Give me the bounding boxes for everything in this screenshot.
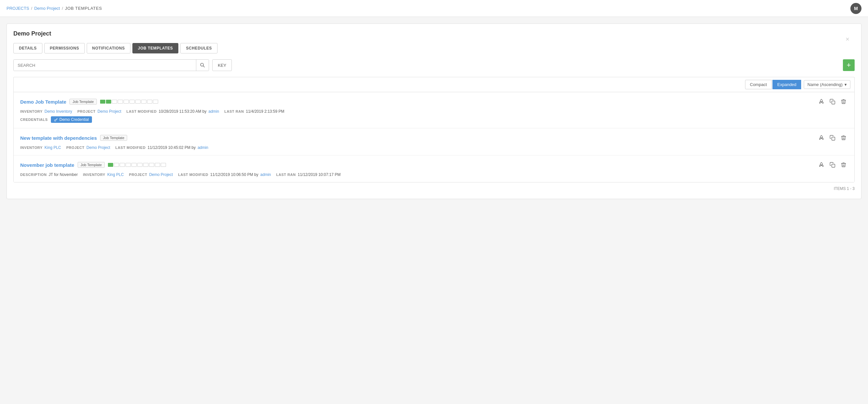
add-button[interactable]: + bbox=[843, 59, 855, 71]
status-bar bbox=[118, 100, 123, 104]
search-wrapper bbox=[13, 59, 209, 71]
template-header-1: Demo Job Template Job Template bbox=[20, 97, 848, 106]
project-value-2[interactable]: Demo Project bbox=[86, 145, 110, 150]
inventory-value-2[interactable]: King PLC bbox=[45, 145, 61, 150]
template-name-2[interactable]: New template with dependencies bbox=[20, 135, 97, 141]
template-actions-2 bbox=[817, 134, 848, 142]
svg-point-7 bbox=[821, 165, 822, 166]
status-bar bbox=[112, 100, 117, 104]
project-value-3[interactable]: Demo Project bbox=[149, 172, 173, 177]
expanded-view-button[interactable]: Expanded bbox=[772, 80, 802, 89]
template-header-2: New template with dependencies Job Templ… bbox=[20, 134, 848, 142]
breadcrumb-sep2: / bbox=[62, 6, 63, 11]
items-count: ITEMS 1 - 3 bbox=[13, 182, 855, 192]
project-group-2: PROJECT Demo Project bbox=[66, 145, 110, 150]
delete-button-1[interactable] bbox=[839, 97, 848, 106]
rocket-icon bbox=[818, 162, 824, 168]
delete-button-2[interactable] bbox=[839, 134, 848, 142]
sort-select[interactable]: Name (Ascending) ▾ bbox=[804, 80, 850, 89]
type-badge-2: Job Template bbox=[100, 135, 127, 141]
last-modified-value-3: 11/12/2019 10:06:50 PM by bbox=[210, 172, 258, 177]
description-group-3: DESCRIPTION JT for November bbox=[20, 172, 78, 177]
rocket-icon bbox=[818, 99, 824, 105]
last-modified-label-2: LAST MODIFIED bbox=[116, 146, 146, 149]
table-row: Demo Job Template Job Template bbox=[14, 92, 854, 128]
last-ran-group-3: LAST RAN 11/12/2019 10:07:17 PM bbox=[276, 172, 340, 177]
inventory-group-1: INVENTORY Demo Inventory bbox=[20, 109, 72, 114]
copy-icon bbox=[830, 162, 835, 168]
svg-point-4 bbox=[55, 120, 56, 121]
description-label-3: DESCRIPTION bbox=[20, 173, 46, 177]
main-content: Demo Project × DETAILS PERMISSIONS NOTIF… bbox=[0, 17, 868, 206]
last-modified-by-2[interactable]: admin bbox=[197, 145, 208, 150]
trash-icon bbox=[841, 135, 846, 141]
status-bar bbox=[129, 100, 135, 104]
project-card: Demo Project × DETAILS PERMISSIONS NOTIF… bbox=[6, 24, 862, 199]
template-header-3: November job template Job Template bbox=[20, 161, 848, 169]
tab-notifications[interactable]: NOTIFICATIONS bbox=[87, 43, 130, 54]
inventory-label-3: INVENTORY bbox=[83, 173, 105, 177]
avatar[interactable]: M bbox=[850, 3, 862, 14]
compact-view-button[interactable]: Compact bbox=[745, 80, 772, 89]
copy-button-3[interactable] bbox=[828, 161, 837, 169]
status-bar bbox=[120, 163, 125, 167]
launch-button-2[interactable] bbox=[817, 134, 826, 142]
tab-bar: DETAILS PERMISSIONS NOTIFICATIONS JOB TE… bbox=[13, 43, 855, 54]
breadcrumb-project[interactable]: Demo Project bbox=[34, 6, 60, 11]
inventory-value-1[interactable]: Demo Inventory bbox=[45, 109, 72, 114]
last-modified-value-1: 10/28/2019 11:53:20 AM by bbox=[158, 109, 207, 114]
project-group-3: PROJECT Demo Project bbox=[129, 172, 173, 177]
key-button[interactable]: KEY bbox=[212, 59, 232, 71]
last-modified-group-2: LAST MODIFIED 11/12/2019 10:45:02 PM by … bbox=[116, 145, 208, 150]
credentials-row-1: CREDENTIALS Demo Credential bbox=[20, 116, 848, 123]
launch-button-1[interactable] bbox=[817, 97, 826, 106]
chevron-down-icon: ▾ bbox=[844, 82, 847, 87]
copy-button-2[interactable] bbox=[828, 134, 837, 142]
template-meta-1: INVENTORY Demo Inventory PROJECT Demo Pr… bbox=[20, 109, 848, 114]
status-bar bbox=[135, 100, 141, 104]
breadcrumb-projects[interactable]: PROJECTS bbox=[6, 6, 29, 11]
breadcrumb: PROJECTS / Demo Project / JOB TEMPLATES bbox=[6, 6, 102, 11]
last-ran-value-1: 11/4/2019 2:13:59 PM bbox=[246, 109, 284, 114]
status-bar bbox=[155, 163, 160, 167]
template-actions-1 bbox=[817, 97, 848, 106]
status-bars-3 bbox=[108, 163, 166, 167]
template-meta-3: DESCRIPTION JT for November INVENTORY Ki… bbox=[20, 172, 848, 177]
status-bars-1 bbox=[100, 100, 158, 104]
search-button[interactable] bbox=[196, 60, 209, 71]
status-bar bbox=[137, 163, 143, 167]
delete-button-3[interactable] bbox=[839, 161, 848, 169]
last-modified-by-3[interactable]: admin bbox=[260, 172, 271, 177]
svg-line-1 bbox=[203, 66, 205, 67]
tab-details[interactable]: DETAILS bbox=[13, 43, 42, 54]
copy-button-1[interactable] bbox=[828, 97, 837, 106]
breadcrumb-sep1: / bbox=[31, 6, 32, 11]
template-name-3[interactable]: November job template bbox=[20, 162, 74, 168]
list-controls: Compact Expanded Name (Ascending) ▾ bbox=[13, 77, 855, 92]
inventory-label-2: INVENTORY bbox=[20, 146, 43, 149]
last-ran-label-3: LAST RAN bbox=[276, 173, 296, 177]
last-modified-label-1: LAST MODIFIED bbox=[126, 109, 157, 113]
close-button[interactable]: × bbox=[845, 35, 849, 43]
credential-badge-1[interactable]: Demo Credential bbox=[51, 116, 92, 123]
inventory-label-1: INVENTORY bbox=[20, 109, 43, 113]
inventory-group-3: INVENTORY King PLC bbox=[83, 172, 124, 177]
last-modified-by-1[interactable]: admin bbox=[208, 109, 219, 114]
svg-rect-8 bbox=[832, 164, 835, 167]
rocket-icon bbox=[818, 135, 824, 141]
launch-button-3[interactable] bbox=[817, 161, 826, 169]
status-bar bbox=[143, 163, 148, 167]
copy-icon bbox=[830, 135, 835, 141]
search-input[interactable] bbox=[14, 60, 196, 71]
tab-permissions[interactable]: PERMISSIONS bbox=[44, 43, 85, 54]
status-bar bbox=[153, 100, 158, 104]
inventory-value-3[interactable]: King PLC bbox=[107, 172, 124, 177]
last-modified-label-3: LAST MODIFIED bbox=[178, 173, 208, 177]
tab-job-templates[interactable]: JOB TEMPLATES bbox=[132, 43, 179, 54]
project-value-1[interactable]: Demo Project bbox=[97, 109, 121, 114]
template-name-1[interactable]: Demo Job Template bbox=[20, 99, 66, 105]
tab-schedules[interactable]: SCHEDULES bbox=[180, 43, 217, 54]
svg-rect-6 bbox=[832, 137, 835, 140]
copy-icon bbox=[830, 99, 835, 105]
project-group-1: PROJECT Demo Project bbox=[77, 109, 121, 114]
